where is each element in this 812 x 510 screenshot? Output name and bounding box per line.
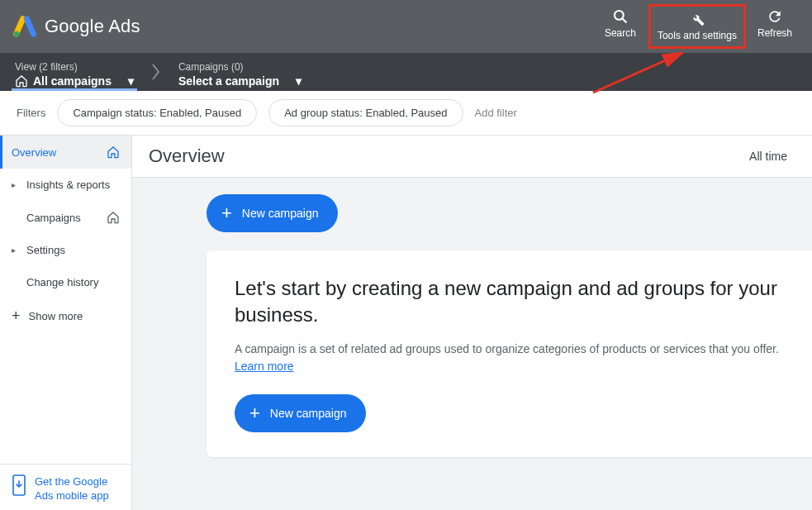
sidebar-item-campaigns[interactable]: Campaigns — [0, 201, 131, 234]
tools-label: Tools and settings — [658, 30, 737, 43]
breadcrumb-bar: View (2 filters) All campaigns ▾ Campaig… — [0, 53, 812, 91]
filter-chip-adgroup-status[interactable]: Ad group status: Enabled, Paused — [268, 99, 463, 126]
sidebar-item-settings[interactable]: ▸ Settings — [0, 234, 131, 266]
new-campaign-button-card[interactable]: + New campaign — [235, 394, 366, 432]
plus-icon: + — [249, 404, 260, 422]
mobile-app-promo[interactable]: Get the Google Ads mobile app — [0, 464, 131, 510]
home-icon — [15, 74, 28, 88]
campaigns-count-label: Campaigns (0) — [178, 61, 302, 73]
main-body: + New campaign Let's start by creating a… — [132, 177, 812, 510]
page-header-bar: Overview All time — [132, 136, 812, 177]
refresh-label: Refresh — [757, 27, 792, 41]
svg-line-2 — [622, 19, 626, 23]
svg-point-1 — [615, 11, 624, 20]
sidebar: Overview ▸ Insights & reports Campaigns … — [0, 136, 132, 510]
new-campaign-label: New campaign — [242, 207, 319, 220]
sidebar-item-label: Overview — [12, 146, 56, 159]
show-more-label: Show more — [29, 310, 83, 322]
new-campaign-button-top[interactable]: + New campaign — [207, 194, 338, 232]
card-body-text: A campaign is a set of related ad groups… — [235, 341, 800, 358]
filter-chip-campaign-status[interactable]: Campaign status: Enabled, Paused — [57, 99, 257, 126]
tools-settings-button[interactable]: Tools and settings — [648, 4, 746, 49]
breadcrumb-separator-icon — [149, 53, 164, 91]
google-ads-logo-icon — [13, 15, 36, 38]
sidebar-item-label: Insights & reports — [26, 179, 110, 191]
header-actions: Search Tools and settings Refresh — [597, 4, 799, 49]
getting-started-card: Let's start by creating a new campaign a… — [207, 250, 812, 457]
product-name: Google Ads — [45, 16, 140, 37]
logo-area: Google Ads — [13, 15, 140, 38]
view-filters-label: View (2 filters) — [15, 61, 134, 73]
search-button[interactable]: Search — [597, 4, 643, 44]
main-content: Overview All time + New campaign Let's s… — [132, 136, 812, 510]
wrench-icon — [688, 10, 706, 28]
page-title: Overview — [149, 145, 225, 167]
search-icon — [611, 7, 629, 26]
sidebar-item-label: Campaigns — [26, 212, 81, 224]
caret-right-icon: ▸ — [12, 180, 20, 189]
view-value: All campaigns — [33, 74, 112, 88]
new-campaign-label: New campaign — [270, 407, 347, 420]
sidebar-item-label: Settings — [26, 244, 65, 256]
filters-label: Filters — [17, 107, 45, 119]
sidebar-item-change-history[interactable]: Change history — [0, 266, 131, 298]
sidebar-item-label: Change history — [26, 276, 98, 288]
chevron-down-icon: ▾ — [296, 74, 302, 88]
sidebar-item-insights[interactable]: ▸ Insights & reports — [0, 169, 131, 201]
plus-icon: + — [12, 308, 21, 323]
caret-right-icon: ▸ — [12, 245, 20, 255]
home-icon — [107, 145, 120, 159]
sidebar-item-overview[interactable]: Overview — [0, 136, 131, 169]
mobile-app-link: Get the Google Ads mobile app — [35, 474, 120, 503]
filters-bar: Filters Campaign status: Enabled, Paused… — [0, 91, 812, 136]
home-icon — [107, 211, 120, 224]
add-filter-button[interactable]: Add filter — [475, 107, 517, 119]
breadcrumb-view[interactable]: View (2 filters) All campaigns ▾ — [0, 53, 149, 91]
breadcrumb-campaigns[interactable]: Campaigns (0) Select a campaign ▾ — [164, 53, 316, 91]
plus-icon: + — [221, 204, 232, 222]
card-heading: Let's start by creating a new campaign a… — [235, 275, 800, 329]
campaigns-value: Select a campaign — [178, 74, 279, 88]
search-label: Search — [605, 27, 636, 41]
refresh-button[interactable]: Refresh — [751, 4, 799, 44]
svg-point-0 — [14, 31, 20, 37]
learn-more-link[interactable]: Learn more — [235, 360, 800, 373]
app-header: Google Ads Search Tools and settings Ref… — [0, 0, 812, 53]
show-more-button[interactable]: + Show more — [0, 298, 131, 333]
time-range-selector[interactable]: All time — [749, 150, 795, 163]
phone-download-icon — [12, 474, 26, 496]
chevron-down-icon: ▾ — [128, 74, 134, 88]
refresh-icon — [766, 7, 784, 26]
